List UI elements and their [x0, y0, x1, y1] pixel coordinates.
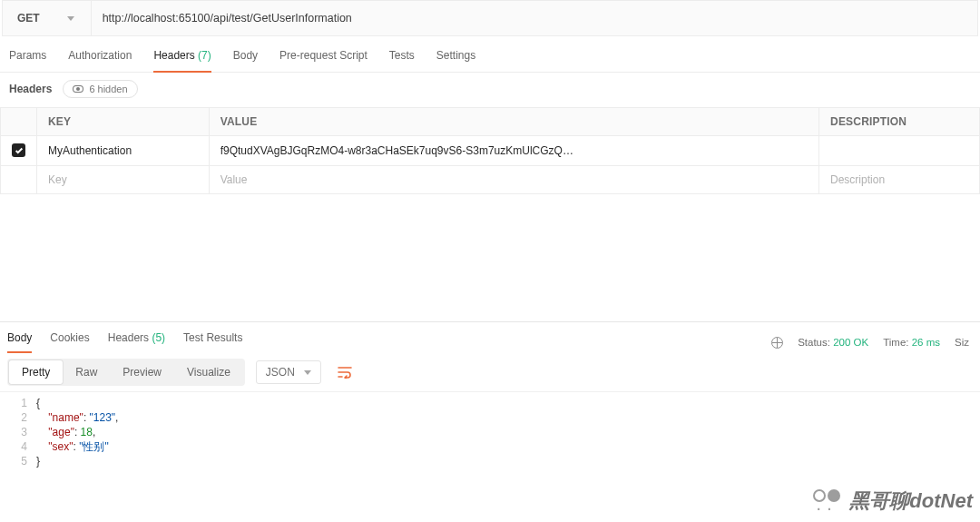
tab-pre-request-script[interactable]: Pre-request Script: [279, 49, 368, 72]
status-block[interactable]: Status: 200 OK: [798, 337, 868, 348]
header-desc-cell[interactable]: [819, 136, 980, 166]
response-tab-body[interactable]: Body: [7, 331, 32, 353]
request-url-input[interactable]: [92, 1, 977, 35]
headers-subheader: Headers 6 hidden: [0, 73, 980, 107]
tab-headers[interactable]: Headers (7): [153, 49, 211, 72]
wechat-icon: . .: [813, 489, 840, 513]
chevron-down-icon: [67, 16, 74, 21]
network-icon[interactable]: [771, 337, 783, 349]
eye-icon: [73, 85, 83, 93]
response-body-editor[interactable]: 12345 { "name": "123", "age": 18, "sex":…: [0, 392, 980, 468]
col-key: KEY: [37, 108, 210, 136]
tab-authorization[interactable]: Authorization: [68, 49, 132, 72]
view-mode-segment: PrettyRawPreviewVisualize: [7, 359, 245, 386]
http-method-label: GET: [17, 12, 40, 25]
http-method-selector[interactable]: GET: [3, 1, 92, 35]
view-mode-raw[interactable]: Raw: [63, 360, 110, 384]
header-value-cell[interactable]: f9QtudXVAgBJGqRzMO4-w8r3aCHaSEk7uq9vS6-S…: [209, 136, 818, 166]
col-check: [1, 108, 37, 136]
tab-settings[interactable]: Settings: [436, 49, 475, 72]
header-desc-input[interactable]: Description: [819, 165, 980, 193]
response-toolbar: PrettyRawPreviewVisualize JSON: [0, 353, 980, 392]
checkbox[interactable]: [12, 143, 25, 157]
chevron-down-icon: [304, 370, 311, 375]
col-desc: DESCRIPTION: [819, 108, 980, 136]
hidden-headers-pill[interactable]: 6 hidden: [63, 80, 137, 98]
request-url-bar: GET: [2, 0, 978, 36]
hidden-headers-text: 6 hidden: [89, 84, 127, 94]
size-block[interactable]: Siz: [955, 337, 969, 348]
view-mode-preview[interactable]: Preview: [110, 360, 174, 384]
view-mode-pretty[interactable]: Pretty: [9, 360, 63, 384]
view-mode-visualize[interactable]: Visualize: [174, 360, 243, 384]
header-value-input[interactable]: Value: [209, 165, 818, 193]
tab-tests[interactable]: Tests: [389, 49, 415, 72]
response-tab-cookies[interactable]: Cookies: [50, 331, 89, 353]
response-header-bar: BodyCookiesHeaders (5)Test Results Statu…: [0, 322, 980, 353]
response-tab-test-results[interactable]: Test Results: [183, 331, 242, 353]
tab-body[interactable]: Body: [233, 49, 258, 72]
table-row-new: KeyValueDescription: [1, 165, 980, 193]
time-block[interactable]: Time: 26 ms: [883, 337, 940, 348]
response-tabs: BodyCookiesHeaders (5)Test Results: [7, 331, 242, 353]
header-key-cell[interactable]: MyAuthentication: [37, 136, 210, 166]
headers-title: Headers: [9, 83, 52, 95]
col-value: VALUE: [209, 108, 818, 136]
wrap-lines-icon[interactable]: [332, 360, 358, 384]
table-row: MyAuthenticationf9QtudXVAgBJGqRzMO4-w8r3…: [1, 136, 980, 166]
tab-params[interactable]: Params: [9, 49, 46, 72]
watermark: . . 黑哥聊dotNet: [813, 488, 973, 515]
response-tab-headers[interactable]: Headers (5): [108, 331, 165, 353]
request-tabs: ParamsAuthorizationHeaders (7)BodyPre-re…: [0, 36, 980, 73]
headers-table: KEY VALUE DESCRIPTION MyAuthenticationf9…: [0, 107, 980, 194]
header-key-input[interactable]: Key: [37, 165, 210, 193]
response-status-group: Status: 200 OK Time: 26 ms Siz: [771, 337, 973, 349]
language-selector[interactable]: JSON: [256, 360, 321, 384]
